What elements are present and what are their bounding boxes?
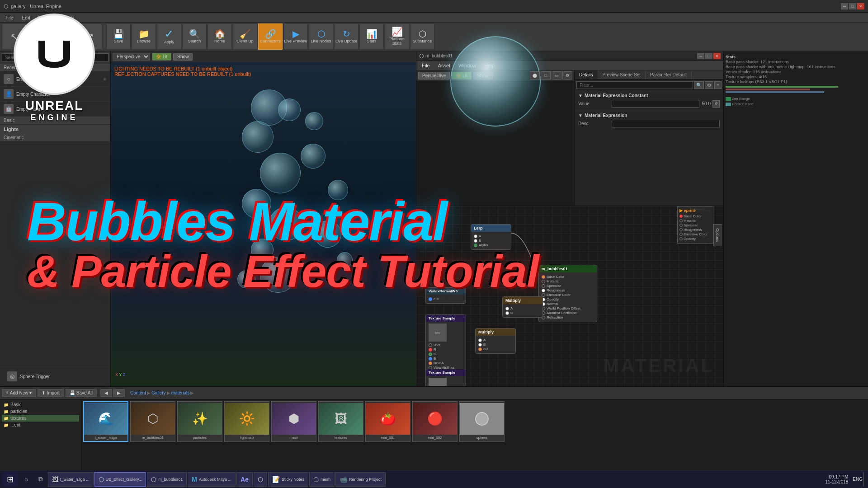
asset-extra-3[interactable]: sphere bbox=[459, 401, 505, 442]
preview-btn-plane[interactable]: ▭ bbox=[552, 71, 561, 80]
apply-button[interactable]: ✓ Apply bbox=[157, 23, 181, 50]
multiply1-node[interactable]: Multiply A B bbox=[502, 296, 543, 318]
livepreview-button[interactable]: ▶ Live Preview bbox=[283, 23, 308, 50]
folder-basic[interactable]: 📁 Basic bbox=[2, 401, 79, 408]
viewport-mode-dropdown[interactable]: Perspective bbox=[113, 53, 150, 61]
breadcrumb: Content ▶ Gallery ▶ materials ▶ bbox=[128, 390, 196, 395]
value-input[interactable] bbox=[612, 100, 699, 108]
options-tab[interactable]: Options bbox=[713, 224, 722, 246]
lit-button[interactable]: 🔆 Lit bbox=[152, 53, 171, 61]
preview-toolbar: ⬤ □ ▭ ⚙ bbox=[530, 71, 572, 80]
asset-t-water[interactable]: 🌊 t_water_n.tga bbox=[83, 401, 128, 442]
mat-menu-file[interactable]: File bbox=[418, 62, 434, 69]
mat-maximize-button[interactable]: □ bbox=[705, 53, 712, 59]
folder-content[interactable]: 📁 ...ent bbox=[2, 422, 79, 428]
sphere-trigger-item[interactable]: ◎ Sphere Trigger bbox=[4, 369, 107, 384]
maximize-button[interactable]: □ bbox=[849, 3, 856, 9]
details-options-button[interactable]: ⚙ bbox=[705, 81, 713, 89]
bubble-particle bbox=[242, 189, 271, 218]
asset-textures[interactable]: 🖼 textures bbox=[318, 401, 363, 442]
details-search-input[interactable] bbox=[576, 81, 693, 89]
texsample2-node[interactable]: Texture Sample tex UVs R G B RGBA ViewMi… bbox=[425, 369, 466, 386]
mat-close-button[interactable]: ✕ bbox=[713, 53, 721, 59]
multiply2-node[interactable]: Multiply A B out bbox=[475, 328, 516, 354]
taskbar-ae[interactable]: Ae bbox=[236, 472, 253, 487]
folder-particles[interactable]: 📁 particles bbox=[2, 408, 79, 415]
desc-input[interactable] bbox=[612, 120, 720, 127]
minimize-button[interactable]: ─ bbox=[841, 3, 848, 9]
folder-textures[interactable]: 📁 textures bbox=[2, 415, 79, 422]
livenodes-button[interactable]: ⬡ Live Nodes bbox=[309, 23, 333, 50]
vertexnormal-node[interactable]: VertexNormalWS out bbox=[425, 287, 466, 304]
twater-icon: 🖼 bbox=[52, 476, 58, 483]
save-all-button[interactable]: 💾 Save All bbox=[66, 389, 97, 397]
nav-forward-button[interactable]: ▶ bbox=[113, 389, 125, 397]
lights-section[interactable]: Lights bbox=[0, 125, 110, 134]
taskbar-mbubbles[interactable]: ⬡ m_bubbles01 bbox=[147, 472, 187, 487]
taskbar-uegallery[interactable]: ⬡ UE_Effect_Gallery... bbox=[94, 472, 146, 487]
lerp-node[interactable]: Lerp A B Alpha bbox=[471, 224, 511, 250]
asset-extra-1[interactable]: 🍅 mat_001 bbox=[365, 401, 410, 442]
value-reset-button[interactable]: ↺ bbox=[712, 100, 720, 108]
empty-actor-icon: ○ bbox=[4, 74, 14, 84]
add-new-button[interactable]: + Add New ▾ bbox=[2, 389, 36, 397]
cinematic-section[interactable]: Cinematic bbox=[0, 134, 110, 142]
mat-menu-asset[interactable]: Asset bbox=[434, 62, 454, 69]
import-button[interactable]: ⬆ Import bbox=[38, 389, 63, 397]
main-material-node[interactable]: m_bubbles01 Base Color Metallic Specular… bbox=[538, 265, 597, 322]
asset-m-bubbles[interactable]: ⬡ m_bubbles01 bbox=[130, 401, 175, 442]
browse-button[interactable]: 📁 Browse bbox=[132, 23, 156, 50]
material-editor-top: Perspective 🔆 Lit Show ⬤ □ ▭ ⚙ bbox=[416, 70, 723, 206]
viewport-canvas[interactable]: LIGHTING NEEDS TO BE REBUILT (1 unbuilt … bbox=[111, 62, 416, 386]
taskbar-notes[interactable]: 📝 Sticky Notes bbox=[268, 472, 308, 487]
taskbar-maya[interactable]: M Autodesk Maya ... bbox=[188, 472, 236, 487]
value-row: Value 50.0 ↺ bbox=[578, 100, 720, 108]
texsample1-node[interactable]: Texture Sample tex UVs R G B RGBA ViewMi… bbox=[425, 314, 466, 372]
cleanup-button[interactable]: 🧹 Clean Up bbox=[233, 23, 257, 50]
expression-constant-title[interactable]: ▼ Material Expression Constant bbox=[578, 93, 720, 98]
main-toolbar: ↖ ✛ ↻ ⤢ 💾 Save 📁 Browse ✓ Apply 🔍 Search bbox=[0, 23, 868, 52]
mat-perspective-tag[interactable]: Perspective bbox=[418, 72, 450, 80]
svg-point-0 bbox=[27, 27, 81, 81]
search-button[interactable]: 🔍 Search bbox=[182, 23, 207, 50]
material-node-graph[interactable]: Zoom -4 Lerp A B Alpha m_bubbles01 bbox=[416, 206, 723, 386]
mat-minimize-button[interactable]: ─ bbox=[697, 53, 704, 59]
home-button[interactable]: 🏠 Home bbox=[208, 23, 232, 50]
stats-button[interactable]: 📊 Stats bbox=[359, 23, 384, 50]
preview-scene-tab[interactable]: Preview Scene Set bbox=[598, 70, 646, 79]
asset-mesh[interactable]: ⬢ mesh bbox=[271, 401, 316, 442]
taskbar-twater[interactable]: 🖼 t_water_n.tga ... bbox=[48, 472, 94, 487]
expression-title[interactable]: ▼ Material Expression bbox=[578, 113, 720, 118]
asset-thumbnail: 🖼 bbox=[319, 403, 363, 435]
nav-back-button[interactable]: ◀ bbox=[100, 389, 112, 397]
details-search-button[interactable]: 🔍 bbox=[694, 81, 704, 89]
substance-button[interactable]: ⬡ Substance bbox=[410, 23, 434, 50]
taskbar-rendering[interactable]: 📹 Rendering Project bbox=[335, 472, 386, 487]
preview-btn-settings[interactable]: ⚙ bbox=[562, 71, 572, 80]
preview-btn-sphere[interactable]: ⬤ bbox=[530, 71, 540, 80]
search-taskbar-button[interactable]: ○ bbox=[20, 473, 33, 486]
liveupdate-button[interactable]: ↻ Live Update bbox=[334, 23, 359, 50]
connectors-button[interactable]: 🔗 Connectors bbox=[258, 23, 283, 50]
show-button[interactable]: Show bbox=[173, 53, 193, 61]
details-tab[interactable]: Details bbox=[575, 70, 598, 79]
platformstats-button[interactable]: 📈 Platform Stats bbox=[385, 23, 409, 50]
taskbar-ue2[interactable]: ⬡ bbox=[254, 472, 267, 487]
asset-particles[interactable]: ✨ particles bbox=[177, 401, 222, 442]
preview-btn-box[interactable]: □ bbox=[541, 71, 551, 80]
breadcrumb-materials[interactable]: materials bbox=[171, 390, 190, 395]
show-desktop-button[interactable] bbox=[863, 472, 866, 487]
breadcrumb-gallery[interactable]: Gallery bbox=[151, 390, 166, 395]
parameter-default-tab[interactable]: Parameter Default bbox=[646, 70, 692, 79]
asset-extra-2[interactable]: 🔴 mat_002 bbox=[412, 401, 458, 442]
taskbar-mesh[interactable]: ⬡ mesh bbox=[309, 472, 335, 487]
asset-lightmap[interactable]: 🔆 lightmap bbox=[224, 401, 269, 442]
close-button[interactable]: ✕ bbox=[857, 3, 864, 9]
task-view-button[interactable]: ⧉ bbox=[34, 473, 47, 486]
empty-pawn-icon: 🤖 bbox=[4, 104, 14, 114]
folder-icon: 📁 bbox=[4, 423, 9, 427]
start-button[interactable]: ⊞ bbox=[2, 472, 18, 487]
save-button[interactable]: 💾 Save bbox=[106, 23, 131, 50]
breadcrumb-content[interactable]: Content bbox=[130, 390, 146, 395]
details-expand-button[interactable]: ≡ bbox=[714, 81, 722, 89]
